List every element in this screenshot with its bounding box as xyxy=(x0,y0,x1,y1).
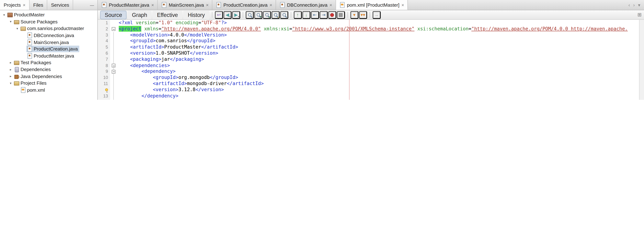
close-tab-icon[interactable]: × xyxy=(23,3,26,7)
code-text[interactable]: <dependencies> xyxy=(119,62,644,68)
tree-item-source-packages[interactable]: ▾Source Packages xyxy=(0,18,98,25)
code-text[interactable]: <version>1.0-SNAPSHOT</version> xyxy=(119,50,644,56)
collapse-fold-icon[interactable]: ▾ xyxy=(350,11,358,19)
close-tab-icon[interactable]: × xyxy=(330,3,332,7)
chevron-down-icon[interactable]: ▾ xyxy=(15,27,20,31)
code-line[interactable]: 3 <modelVersion>4.0.0</modelVersion> xyxy=(98,32,644,38)
editor-tab-mainscreen-java[interactable]: MainScreen.java× xyxy=(158,0,212,10)
chevron-right-icon[interactable]: ▸ xyxy=(8,61,13,65)
code-line[interactable]: 11 <artifactId>mongodb-driver</artifactI… xyxy=(98,81,644,87)
scroll-documents-right-icon[interactable]: › xyxy=(632,2,636,8)
code-text[interactable]: </dependency> xyxy=(119,93,644,99)
line-number[interactable]: 6 xyxy=(98,50,110,56)
code-line[interactable]: 7 <packaging>jar</packaging> xyxy=(98,56,644,62)
code-line[interactable]: 1<?xml version="1.0" encoding="UTF-8"?> xyxy=(98,20,644,26)
code-text[interactable]: <?xml version="1.0" encoding="UTF-8"?> xyxy=(119,20,644,26)
code-text[interactable]: <groupId>com.sanrios</groupId> xyxy=(119,38,644,44)
code-text[interactable]: <artifactId>mongodb-driver</artifactId> xyxy=(119,81,644,87)
tree-item-mainscreen-java[interactable]: MainScreen.java xyxy=(0,39,98,46)
chevron-down-icon[interactable]: ▾ xyxy=(2,13,6,17)
shift-line-left-icon[interactable]: ⇤ xyxy=(311,11,319,19)
tree-item-project-files[interactable]: ▾Project Files xyxy=(0,80,98,87)
error-stripe[interactable] xyxy=(639,20,644,100)
line-number[interactable]: 3 xyxy=(98,32,110,38)
expand-fold-icon[interactable]: ▾▾ xyxy=(359,11,367,19)
code-line[interactable]: 4 <groupId>com.sanrios</groupId> xyxy=(98,38,644,44)
code-line[interactable]: 10 <groupId>org.mongodb</groupId> xyxy=(98,74,644,81)
start-macro-recording-icon[interactable] xyxy=(328,11,336,19)
line-number[interactable]: 5 xyxy=(98,44,110,50)
code-line[interactable]: 9 <dependency> xyxy=(98,68,644,74)
code-text[interactable]: <packaging>jar</packaging> xyxy=(119,56,644,62)
line-number[interactable] xyxy=(98,87,110,93)
last-edit-location-icon[interactable]: ↩ xyxy=(215,11,223,19)
view-button-source[interactable]: Source xyxy=(100,11,127,19)
line-number[interactable]: 8 xyxy=(98,62,110,68)
view-button-graph[interactable]: Graph xyxy=(128,11,152,19)
tree-item-dependencies[interactable]: ▸Dependencies xyxy=(0,66,98,73)
panel-tab-services[interactable]: Services xyxy=(47,0,73,10)
line-number[interactable]: 7 xyxy=(98,56,110,62)
panel-tab-files[interactable]: Files xyxy=(30,0,48,10)
code-text[interactable]: <version>3.12.8</version> xyxy=(119,87,644,93)
tree-item-java-dependencies[interactable]: ▸Java Dependencies xyxy=(0,73,98,80)
run-to-cursor-icon[interactable]: → xyxy=(372,11,380,19)
line-number[interactable]: 4 xyxy=(98,38,110,44)
scroll-documents-left-icon[interactable]: ‹ xyxy=(627,2,631,8)
code-text[interactable] xyxy=(119,99,644,100)
close-tab-icon[interactable]: × xyxy=(270,3,272,7)
shift-line-right-icon[interactable]: ⇥ xyxy=(319,11,328,19)
fold-collapse-icon[interactable] xyxy=(112,70,116,74)
code-line[interactable]: 6 <version>1.0-SNAPSHOT</version> xyxy=(98,50,644,56)
line-number[interactable]: 2 xyxy=(98,26,110,32)
code-line[interactable]: 8 <dependencies> xyxy=(98,62,644,68)
toggle-search-highlight-icon[interactable]: ▪ xyxy=(271,11,280,19)
previous-occurrence-icon[interactable]: ↑ xyxy=(294,11,302,19)
fold-collapse-icon[interactable] xyxy=(112,64,116,67)
close-tab-icon[interactable]: × xyxy=(151,3,154,7)
code-text[interactable]: <dependency> xyxy=(119,68,644,74)
tree-item-com-sanrios-productmaster[interactable]: ▾com.sanrios.productmaster xyxy=(0,25,98,32)
line-number[interactable]: 11 xyxy=(98,81,110,87)
code-line[interactable]: 5 <artifactId>ProductMaster</artifactId> xyxy=(98,44,644,50)
jump-forward-icon[interactable]: ▶▾ xyxy=(232,11,240,19)
search-in-files-icon[interactable] xyxy=(280,11,288,19)
line-number[interactable]: 1 xyxy=(98,20,110,26)
chevron-right-icon[interactable]: ▸ xyxy=(8,68,13,71)
code-line[interactable]: 14 xyxy=(98,99,644,100)
editor-tab-productcreation-java[interactable]: ProductCreation.java× xyxy=(212,0,276,10)
jump-back-icon[interactable]: ◀▾ xyxy=(223,11,232,19)
code-line[interactable]: 2<project xmlns="http://maven.apache.org… xyxy=(98,26,644,32)
find-next-occurrence-icon[interactable]: ▾ xyxy=(254,11,262,19)
code-text[interactable]: <modelVersion>4.0.0</modelVersion> xyxy=(119,32,644,38)
code-line[interactable]: <version>3.12.8</version> xyxy=(98,87,644,93)
next-occurrence-icon[interactable]: ↓ xyxy=(302,11,310,19)
close-tab-icon[interactable]: × xyxy=(206,3,208,7)
panel-tab-projects[interactable]: Projects× xyxy=(0,0,30,10)
line-number[interactable]: 10 xyxy=(98,74,110,81)
show-opened-documents-icon[interactable]: ▾ xyxy=(637,2,642,8)
code-line[interactable]: 13 </dependency> xyxy=(98,93,644,99)
tree-item-productcreation-java[interactable]: ProductCreation.java xyxy=(0,46,98,53)
editor-tab-productmaster-java[interactable]: ProductMaster.java× xyxy=(98,0,158,10)
split-editor-icon[interactable]: ⊞ xyxy=(637,12,642,18)
close-tab-icon[interactable]: × xyxy=(402,3,404,7)
minimize-panel-icon[interactable]: — xyxy=(86,3,97,7)
view-button-effective[interactable]: Effective xyxy=(152,11,182,19)
find-previous-occurrence-icon[interactable]: ▴ xyxy=(263,11,271,19)
line-number[interactable]: 13 xyxy=(98,93,110,99)
chevron-down-icon[interactable]: ▾ xyxy=(8,81,13,85)
code-text[interactable]: <groupId>org.mongodb</groupId> xyxy=(119,74,644,81)
tree-item-productmaster[interactable]: ▾ProductMaster xyxy=(0,12,98,18)
tree-item-pom-xml[interactable]: pom.xml xyxy=(0,87,98,93)
editor-tab-pom-xml-productmaster-[interactable]: pom.xml [ProductMaster]× xyxy=(336,0,408,10)
tree-item-productmaster-java[interactable]: ProductMaster.java xyxy=(0,53,98,59)
stop-macro-recording-icon[interactable] xyxy=(336,11,345,19)
code-text[interactable]: <project xmlns="http://maven.apache.org/… xyxy=(119,26,644,32)
line-number[interactable]: 9 xyxy=(98,68,110,74)
fold-collapse-icon[interactable] xyxy=(112,27,116,31)
editor-tab-dbconnection-java[interactable]: DBConnection.java× xyxy=(276,0,336,10)
hint-bulb-icon[interactable] xyxy=(105,88,108,91)
chevron-right-icon[interactable]: ▸ xyxy=(8,74,13,78)
find-selection-icon[interactable] xyxy=(246,11,254,19)
